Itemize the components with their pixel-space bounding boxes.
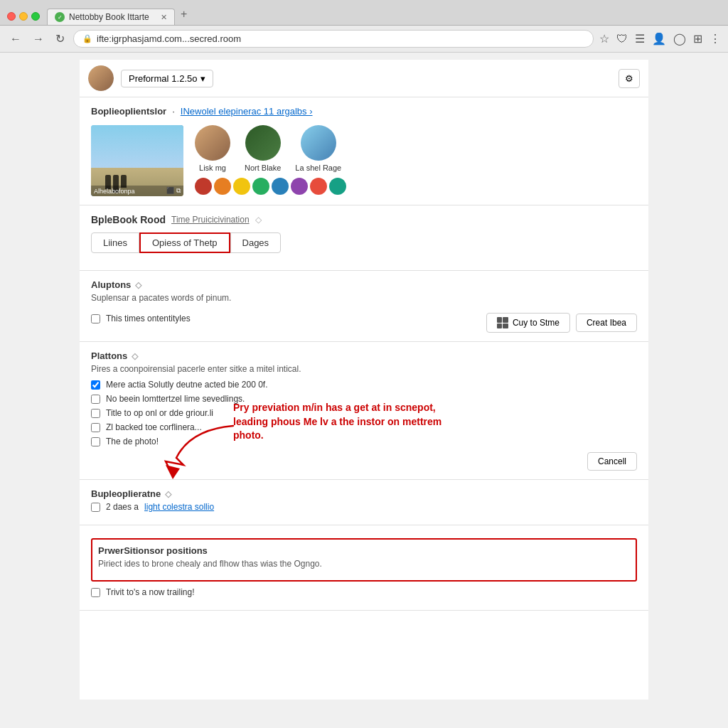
creat-ibea-button[interactable]: Creat Ibea bbox=[576, 314, 637, 332]
aluptons-desc: Suplensar a pacates words of pinum. bbox=[91, 293, 637, 303]
annotation-arrow bbox=[162, 422, 247, 479]
tab-liines[interactable]: Liines bbox=[91, 232, 139, 253]
aluptons-checkbox-row: This times ontentityles bbox=[91, 314, 191, 323]
person-2: Nort Blake bbox=[245, 125, 281, 172]
mini-avatar-7 bbox=[310, 178, 327, 195]
address-bar[interactable]: 🔒 ifte:igrphasjamd.com...secred.room bbox=[73, 30, 594, 48]
tab-favicon: ✓ bbox=[55, 12, 65, 22]
plattons-checkbox-1: Mere actia Solutly deutne acted bie 200 … bbox=[91, 380, 637, 390]
new-tab-button[interactable]: + bbox=[175, 5, 193, 25]
person-avatar-3 bbox=[301, 125, 336, 161]
plattons-cb3-label: Title to op onl or dde griour.li bbox=[106, 408, 213, 418]
close-button[interactable] bbox=[7, 12, 16, 21]
toolbar-icons: ☆ 🛡 ☰ 👤 ◯ ⊞ ⋮ bbox=[599, 32, 721, 46]
tab-dages[interactable]: Dages bbox=[230, 232, 282, 253]
prwer-desc: Piriect ides to brone chealy and flhow t… bbox=[98, 559, 630, 569]
browser-toolbar: ← → ↻ 🔒 ifte:igrphasjamd.com...secred.ro… bbox=[0, 26, 728, 53]
plattons-cb5-label: The de photo! bbox=[106, 437, 159, 446]
book-section: BpleBook Rood Time Pruicicivination ◇ Li… bbox=[80, 205, 648, 271]
maximize-button[interactable] bbox=[31, 12, 40, 21]
back-button[interactable]: ← bbox=[7, 31, 24, 47]
grid-icon bbox=[497, 317, 508, 328]
browser-tab[interactable]: ✓ Nettobby Book Ittarte ✕ bbox=[47, 9, 175, 25]
tabs-row: Liines Opiess of Thetp Dages bbox=[91, 232, 637, 253]
mini-avatar-1 bbox=[195, 178, 212, 195]
reload-button[interactable]: ↻ bbox=[53, 31, 68, 47]
person-1: Lisk mg bbox=[195, 125, 230, 172]
svg-marker-0 bbox=[166, 465, 180, 479]
extension-icon[interactable]: ◯ bbox=[673, 32, 686, 46]
version-label: Preformal bbox=[129, 73, 168, 84]
diamond-icon: ◇ bbox=[255, 215, 262, 225]
plattons-cb5[interactable] bbox=[91, 437, 100, 446]
profile-header: Boplieoplientslor · INewolel elepinerac … bbox=[91, 106, 637, 117]
profile-main: Alhelabofonpa ⬛ ⧉ Lisk mg Nort Blake bbox=[91, 125, 637, 196]
cancel-button[interactable]: Cancell bbox=[587, 452, 637, 471]
aluptons-checkbox[interactable] bbox=[91, 314, 100, 323]
page-content: Preformal 1.2.5o ▾ ⚙ Boplieoplientslor ·… bbox=[80, 60, 648, 700]
bupleopl-checkbox-row: 2 daes a light colestra sollio bbox=[91, 502, 637, 512]
plattons-cb1[interactable] bbox=[91, 380, 100, 390]
breadcrumb-text[interactable]: INewolel elepinerac 11 argalbs › bbox=[181, 106, 313, 117]
person-avatar-2 bbox=[245, 125, 281, 161]
plattons-desc: Pires a coonpoirensial pacerle enter sit… bbox=[91, 364, 637, 374]
profile-section: Boplieoplientslor · INewolel elepinerac … bbox=[80, 97, 648, 205]
forward-button[interactable]: → bbox=[30, 31, 47, 47]
people-grid: Lisk mg Nort Blake La shel Rage bbox=[195, 125, 637, 196]
prwer-highlight-box: PrwerSitionsor positions Piriect ides to… bbox=[91, 538, 637, 582]
version-number: 1.2.5o bbox=[171, 73, 197, 84]
bupleopl-diamond: ◇ bbox=[165, 489, 171, 499]
aluptons-title: Aluptons ◇ bbox=[91, 279, 637, 290]
annotation-text: Pry previation m/in has a get at in scne… bbox=[233, 402, 441, 441]
cuy-to-stme-button[interactable]: Cuy to Stme bbox=[486, 313, 570, 333]
book-section-title: BpleBook Rood bbox=[91, 214, 166, 225]
bupleopl-title: Bupleoplieratne ◇ bbox=[91, 488, 637, 499]
menu-icon[interactable]: ☰ bbox=[635, 32, 645, 46]
browser-titlebar: ✓ Nettobby Book Ittarte ✕ + bbox=[0, 0, 728, 26]
person-1-name: Lisk mg bbox=[199, 164, 226, 172]
bupleopl-link[interactable]: light colestra sollio bbox=[144, 502, 214, 512]
prwer-section: PrwerSitionsor positions Piriect ides to… bbox=[80, 525, 648, 611]
tab-title: Nettobby Book Ittarte bbox=[69, 12, 149, 22]
profile-name: Boplieoplientslor bbox=[91, 106, 166, 117]
chevron-down-icon: ▾ bbox=[200, 73, 205, 84]
user-avatar bbox=[88, 65, 114, 91]
aluptons-actions: Cuy to Stme Creat Ibea bbox=[486, 313, 637, 333]
bupleopl-cb1[interactable] bbox=[91, 503, 100, 512]
mini-avatar-6 bbox=[291, 178, 308, 195]
prwer-cb1[interactable] bbox=[91, 588, 100, 597]
tab-opiess[interactable]: Opiess of Thetp bbox=[139, 232, 230, 253]
profile-photo: Alhelabofonpa ⬛ ⧉ bbox=[91, 125, 183, 196]
url-text: ifte:igrphasjamd.com...secred.room bbox=[97, 33, 241, 44]
aluptons-diamond: ◇ bbox=[135, 280, 141, 290]
mini-avatar-5 bbox=[272, 178, 289, 195]
person-icon[interactable]: 👤 bbox=[652, 32, 666, 46]
photo-overlay: Alhelabofonpa ⬛ ⧉ bbox=[91, 186, 183, 196]
small-avatars bbox=[195, 178, 637, 195]
person-3: La shel Rage bbox=[295, 125, 341, 172]
breadcrumb-sep: · bbox=[172, 106, 175, 117]
mini-avatar-2 bbox=[214, 178, 231, 195]
browser-window: ✓ Nettobby Book Ittarte ✕ + ← → ↻ 🔒 ifte… bbox=[0, 0, 728, 707]
overflow-icon[interactable]: ⋮ bbox=[710, 32, 721, 46]
plattons-cb2[interactable] bbox=[91, 395, 100, 404]
people-row: Lisk mg Nort Blake La shel Rage bbox=[195, 125, 637, 172]
minimize-button[interactable] bbox=[19, 12, 28, 21]
traffic-lights bbox=[7, 12, 40, 25]
plattons-title: Plattons ◇ bbox=[91, 350, 637, 361]
grid-icon[interactable]: ⊞ bbox=[693, 32, 702, 46]
lock-icon: 🔒 bbox=[82, 34, 92, 43]
bupleopl-cb1-label: 2 daes a bbox=[106, 502, 139, 512]
settings-button[interactable]: ⚙ bbox=[619, 69, 640, 88]
photo-label: Alhelabofonpa bbox=[94, 188, 135, 195]
star-icon[interactable]: ☆ bbox=[599, 32, 609, 46]
shield-icon[interactable]: 🛡 bbox=[616, 33, 628, 46]
tab-close-icon[interactable]: ✕ bbox=[161, 13, 167, 22]
mini-avatar-3 bbox=[233, 178, 250, 195]
version-dropdown[interactable]: Preformal 1.2.5o ▾ bbox=[121, 70, 213, 87]
plattons-cb4[interactable] bbox=[91, 423, 100, 432]
plattons-diamond: ◇ bbox=[132, 351, 138, 361]
plattons-cb2-label: No beein lomttertzel lime sevedlings. bbox=[106, 394, 245, 404]
plattons-cb3[interactable] bbox=[91, 409, 100, 418]
book-section-subtitle[interactable]: Time Pruicicivination bbox=[171, 215, 250, 225]
